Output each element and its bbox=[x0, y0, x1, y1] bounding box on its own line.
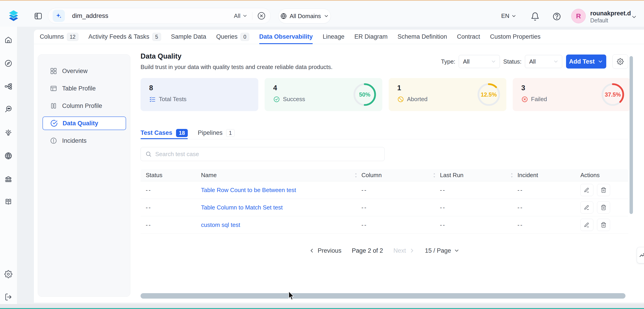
chevron-down-icon bbox=[553, 59, 559, 65]
domains-dropdown[interactable]: All Domains bbox=[278, 9, 331, 24]
search-scope-dropdown[interactable]: All bbox=[234, 13, 248, 20]
previous-page-button[interactable]: Previous bbox=[309, 247, 342, 254]
page-size-dropdown[interactable]: 15 / Page bbox=[425, 247, 460, 254]
user-menu-chevron-icon[interactable] bbox=[631, 14, 637, 20]
delete-test-button[interactable] bbox=[597, 184, 610, 196]
delete-test-button[interactable] bbox=[597, 219, 610, 231]
left-nav-rail bbox=[0, 27, 17, 304]
trash-icon bbox=[600, 187, 606, 193]
column-header-actions: Actions bbox=[580, 172, 628, 179]
column-header-name: Name bbox=[201, 172, 362, 179]
chevron-down-icon bbox=[490, 59, 496, 65]
sidebar-settings-icon[interactable] bbox=[4, 269, 13, 279]
next-page-button[interactable]: Next bbox=[394, 247, 415, 254]
avatar-initial: R bbox=[576, 12, 581, 20]
sidebar-govern-icon[interactable] bbox=[4, 174, 13, 184]
quality-settings-button[interactable] bbox=[612, 54, 628, 69]
sidebar-glossary-icon[interactable] bbox=[4, 197, 13, 207]
sidebar-explore-icon[interactable] bbox=[4, 58, 13, 68]
subnav-table-profile[interactable]: Table Profile bbox=[42, 82, 126, 95]
test-case-search-input[interactable] bbox=[155, 151, 380, 158]
sidebar-logout-icon[interactable] bbox=[4, 292, 13, 302]
user-avatar[interactable]: R bbox=[571, 9, 586, 23]
horizontal-scrollbar-thumb[interactable] bbox=[140, 293, 626, 298]
aborted-ban-icon bbox=[397, 96, 404, 103]
gear-icon bbox=[617, 58, 624, 65]
user-menu[interactable]: rounakpreet.d Default bbox=[590, 10, 630, 24]
global-search-bar[interactable]: All bbox=[48, 8, 271, 24]
sidebar-lineage-icon[interactable] bbox=[4, 81, 13, 91]
tab-activity-feeds[interactable]: Activity Feeds & Tasks 5 bbox=[88, 30, 161, 44]
edit-test-button[interactable] bbox=[580, 184, 594, 196]
subnav-overview[interactable]: Overview bbox=[42, 64, 126, 78]
ai-sparkle-icon bbox=[53, 10, 65, 22]
tab-queries[interactable]: Queries 0 bbox=[216, 30, 249, 44]
trend-line-icon bbox=[639, 252, 644, 258]
column-header-column: Column bbox=[362, 172, 440, 179]
edit-test-button[interactable] bbox=[580, 219, 594, 231]
sort-icon[interactable] bbox=[509, 172, 514, 178]
alert-circle-icon bbox=[50, 137, 57, 144]
window-bottom-bar bbox=[0, 304, 644, 308]
observability-subnav: Overview Table Profile Column Profile Da… bbox=[38, 54, 130, 297]
delete-test-button[interactable] bbox=[597, 201, 610, 213]
subnav-data-quality[interactable]: Data Quality bbox=[42, 117, 126, 130]
tab-pipelines[interactable]: Pipelines 1 bbox=[198, 127, 234, 139]
trash-icon bbox=[600, 204, 606, 210]
trash-icon bbox=[600, 222, 606, 228]
expand-trend-panel-button[interactable] bbox=[637, 247, 644, 263]
sidebar-insights-icon[interactable] bbox=[4, 128, 13, 138]
sidebar-observability-icon[interactable] bbox=[4, 104, 13, 114]
total-tests-card: 8 Total Tests bbox=[140, 78, 258, 111]
chevron-down-icon bbox=[454, 248, 460, 253]
tab-custom-properties[interactable]: Custom Properties bbox=[490, 30, 540, 44]
subnav-incidents[interactable]: Incidents bbox=[42, 134, 126, 147]
test-case-link[interactable]: Table Row Count to be Between test bbox=[201, 187, 296, 194]
failed-card: 3 Failed 37.5% bbox=[513, 78, 630, 111]
sidebar-toggle-icon[interactable] bbox=[34, 12, 42, 20]
failed-x-icon bbox=[521, 96, 528, 103]
pipelines-count-badge: 1 bbox=[226, 129, 234, 137]
tab-schema-definition[interactable]: Schema Definition bbox=[398, 30, 447, 44]
chevron-down-icon bbox=[511, 13, 516, 19]
tab-lineage[interactable]: Lineage bbox=[323, 30, 344, 44]
failed-percent: 37.5% bbox=[601, 83, 624, 106]
success-ratio-ring: 50% bbox=[353, 83, 376, 106]
sort-icon[interactable] bbox=[432, 172, 437, 178]
domains-label: All Domains bbox=[290, 13, 321, 20]
vertical-scrollbar-thumb[interactable] bbox=[630, 56, 633, 214]
openmetadata-logo-icon[interactable] bbox=[7, 9, 20, 23]
help-icon[interactable] bbox=[552, 12, 561, 21]
status-filter-select[interactable]: All bbox=[525, 55, 562, 68]
test-case-search[interactable] bbox=[140, 147, 384, 161]
test-case-link[interactable]: Table Column to Match Set test bbox=[201, 204, 283, 211]
top-bar: All All Domains EN R rounakpreet.d Defau… bbox=[0, 1, 644, 27]
tab-contract[interactable]: Contract bbox=[457, 30, 480, 44]
tab-data-observability[interactable]: Data Observability bbox=[259, 30, 313, 44]
table-row: -- Table Column to Match Set test -- -- … bbox=[140, 199, 628, 216]
type-filter-label: Type: bbox=[441, 58, 455, 65]
test-cases-count-badge: 18 bbox=[176, 129, 188, 137]
tab-er-diagram[interactable]: ER Diagram bbox=[354, 30, 388, 44]
notifications-bell-icon[interactable] bbox=[530, 12, 540, 21]
pencil-icon bbox=[584, 222, 590, 228]
subnav-column-profile[interactable]: Column Profile bbox=[42, 99, 126, 113]
test-summary-cards: 8 Total Tests 4 Success bbox=[140, 78, 630, 111]
add-test-button[interactable]: Add Test bbox=[566, 55, 606, 69]
type-filter-select[interactable]: All bbox=[459, 55, 500, 68]
table-row: -- custom sql test -- -- -- bbox=[140, 216, 628, 234]
tab-sample-data[interactable]: Sample Data bbox=[171, 30, 206, 44]
search-input[interactable] bbox=[72, 12, 234, 20]
tab-test-cases[interactable]: Test Cases 18 bbox=[140, 127, 188, 139]
sort-icon[interactable] bbox=[354, 172, 358, 178]
language-dropdown[interactable]: EN bbox=[501, 13, 516, 20]
clear-search-icon[interactable] bbox=[257, 11, 266, 20]
success-label: Success bbox=[283, 96, 305, 103]
tab-columns[interactable]: Columns 12 bbox=[40, 30, 78, 44]
test-case-link[interactable]: custom sql test bbox=[201, 221, 240, 228]
sidebar-domains-icon[interactable] bbox=[4, 151, 13, 161]
language-value: EN bbox=[501, 13, 509, 20]
total-tests-value: 8 bbox=[149, 84, 258, 92]
edit-test-button[interactable] bbox=[580, 201, 594, 213]
sidebar-home-icon[interactable] bbox=[4, 35, 13, 45]
